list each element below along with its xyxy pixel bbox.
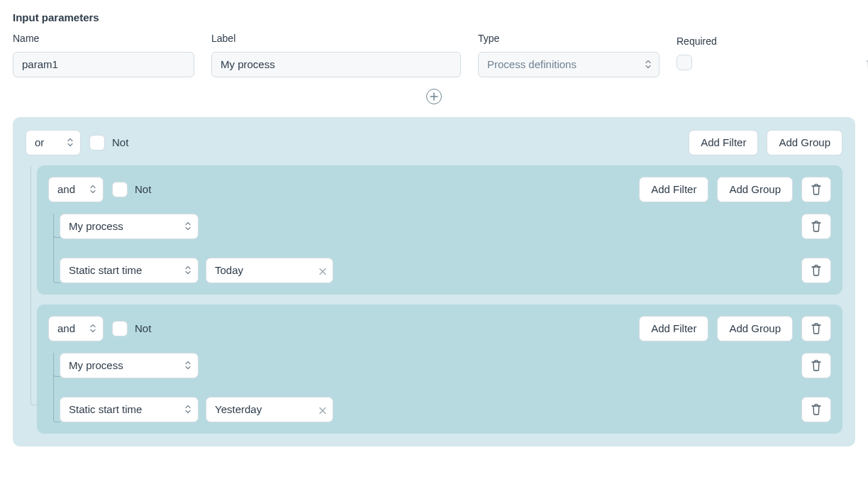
delete-param-column: .	[850, 32, 868, 77]
required-label: Required	[677, 35, 833, 49]
chevron-updown-icon	[184, 219, 191, 234]
chevron-updown-icon	[184, 263, 191, 278]
inner0-row1-value-tag[interactable]: Today	[206, 258, 333, 283]
inner1-row0-field-select[interactable]: My process	[60, 353, 199, 378]
label-label: Label	[211, 32, 461, 46]
inner1-row1-field-select[interactable]: Static start time	[60, 397, 199, 422]
inner0-not-checkbox[interactable]	[112, 182, 128, 197]
input-params-row: Name Label Type Process definitions Requ…	[13, 32, 855, 77]
inner0-row1-field-value: Static start time	[69, 263, 142, 278]
trash-icon	[810, 264, 823, 277]
inner1-add-group-button[interactable]: Add Group	[717, 316, 793, 341]
chevron-updown-icon	[67, 135, 74, 150]
filter-panel: or Not Add Filter Add Group and Not	[13, 117, 855, 446]
inner-group-1: and Not Add Filter Add Group	[37, 305, 842, 434]
inner1-op-value: and	[57, 321, 75, 336]
trash-icon	[810, 359, 823, 372]
inner1-row1-value-tag[interactable]: Yesterday	[206, 397, 333, 422]
inner0-row0-field-value: My process	[69, 219, 123, 234]
outer-add-group-button[interactable]: Add Group	[767, 130, 842, 155]
outer-add-filter-button[interactable]: Add Filter	[689, 130, 758, 155]
inner-group-0: and Not Add Filter Add Group	[37, 165, 842, 295]
trash-icon	[810, 403, 823, 416]
inner1-row0-delete-button[interactable]	[801, 353, 831, 378]
inner0-row1-delete-button[interactable]	[801, 258, 831, 283]
inner0-row0-delete-button[interactable]	[801, 214, 831, 239]
inner1-not-label: Not	[135, 321, 151, 336]
inner1-delete-group-button[interactable]	[801, 316, 831, 341]
inner1-row1-field-value: Static start time	[69, 402, 142, 417]
chevron-updown-icon	[645, 57, 652, 72]
inner1-row1-clear-button[interactable]	[320, 402, 326, 417]
trash-icon	[810, 220, 823, 233]
section-title: Input parameters	[13, 10, 855, 25]
inner1-not-wrap: Not	[112, 321, 151, 336]
inner0-row1-clear-button[interactable]	[320, 263, 326, 278]
chevron-updown-icon	[184, 358, 191, 373]
x-icon	[320, 407, 326, 413]
trash-icon	[864, 58, 868, 71]
inner1-row1-delete-button[interactable]	[801, 397, 831, 422]
inner0-row1-value-text: Today	[215, 263, 243, 278]
inner1-group-head: and Not Add Filter Add Group	[48, 316, 831, 341]
type-select-value: Process definitions	[487, 57, 577, 72]
inner0-add-filter-button[interactable]: Add Filter	[639, 177, 708, 202]
outer-not-checkbox[interactable]	[89, 135, 105, 150]
outer-op-value: or	[35, 135, 44, 150]
name-input[interactable]	[13, 52, 194, 77]
outer-group-head: or Not Add Filter Add Group	[26, 130, 842, 155]
inner0-op-value: and	[57, 182, 75, 197]
outer-tree: and Not Add Filter Add Group	[26, 165, 842, 434]
inner0-row0-field-select[interactable]: My process	[60, 214, 199, 239]
chevron-updown-icon	[184, 402, 191, 417]
plus-icon	[430, 93, 438, 100]
inner0-tree: My process Static start time Today	[48, 214, 831, 283]
inner1-op-select[interactable]: and	[48, 316, 104, 341]
inner1-not-checkbox[interactable]	[112, 321, 128, 336]
inner1-tree: My process Static start time Yesterday	[48, 353, 831, 422]
outer-not-label: Not	[112, 135, 128, 150]
required-checkbox[interactable]	[677, 55, 692, 70]
inner0-not-wrap: Not	[112, 182, 151, 197]
inner1-row-0: My process	[60, 353, 831, 378]
inner0-add-group-button[interactable]: Add Group	[717, 177, 793, 202]
inner0-not-label: Not	[135, 182, 151, 197]
chevron-updown-icon	[89, 182, 96, 197]
name-label: Name	[13, 32, 194, 46]
chevron-updown-icon	[89, 321, 96, 336]
inner0-row1-field-select[interactable]: Static start time	[60, 258, 199, 283]
inner0-delete-group-button[interactable]	[801, 177, 831, 202]
inner1-row-1: Static start time Yesterday	[60, 397, 831, 422]
trash-icon	[810, 183, 823, 196]
type-label: Type	[478, 32, 660, 46]
inner0-op-select[interactable]: and	[48, 177, 104, 202]
required-column: Required	[677, 35, 833, 74]
inner0-group-head: and Not Add Filter Add Group	[48, 177, 831, 202]
type-column: Type Process definitions	[478, 32, 660, 77]
label-input[interactable]	[211, 52, 461, 77]
outer-not-wrap: Not	[89, 135, 128, 150]
inner0-row-0: My process	[60, 214, 831, 239]
outer-op-select[interactable]: or	[26, 130, 81, 155]
add-param-row	[13, 89, 855, 104]
inner1-row0-field-value: My process	[69, 358, 123, 373]
label-column: Label	[211, 32, 461, 77]
name-column: Name	[13, 32, 194, 77]
type-select[interactable]: Process definitions	[478, 52, 660, 77]
inner0-row-1: Static start time Today	[60, 258, 831, 283]
delete-param-button[interactable]	[850, 52, 868, 77]
trash-icon	[810, 322, 823, 335]
x-icon	[320, 268, 326, 274]
inner1-row1-value-text: Yesterday	[215, 402, 262, 417]
inner1-add-filter-button[interactable]: Add Filter	[639, 316, 708, 341]
add-param-button[interactable]	[426, 89, 442, 104]
